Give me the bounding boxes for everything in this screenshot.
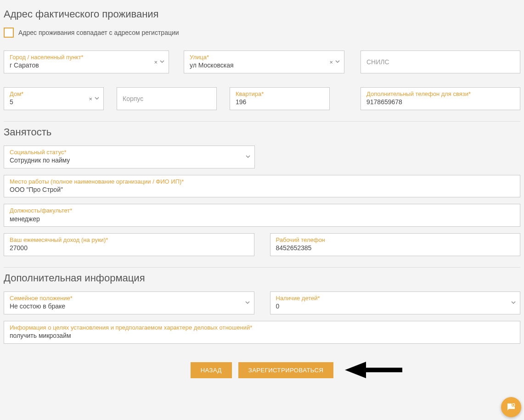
clear-icon[interactable]: × <box>329 58 333 65</box>
divider <box>4 267 520 268</box>
address-section-title: Адрес фактического проживания <box>4 8 520 20</box>
extra-phone-label: Дополнительный телефон для связи* <box>366 90 515 98</box>
address-match-row: Адрес проживания совпадает с адресом рег… <box>4 28 520 38</box>
divider <box>4 121 520 122</box>
street-field[interactable]: Улица* ул Московская × <box>184 50 344 73</box>
city-label: Город / населенный пункт* <box>10 54 164 61</box>
income-value: 27000 <box>10 244 249 253</box>
position-label: Должность/факультет* <box>10 207 515 214</box>
marital-label: Семейное положение* <box>10 295 249 302</box>
children-label: Наличие детей* <box>276 295 516 302</box>
workplace-value: ООО "Про Строй" <box>10 185 515 195</box>
flat-value: 196 <box>236 98 325 107</box>
house-value: 5 <box>10 98 99 107</box>
social-status-label: Социальный статус* <box>10 149 250 156</box>
income-label: Ваш ежемесячный доход (на руки)* <box>10 236 249 244</box>
arrow-left-icon <box>345 361 405 379</box>
work-phone-label: Рабочий телефон <box>276 236 516 244</box>
house-label: Дом* <box>10 90 99 98</box>
marital-value: Не состою в браке <box>10 302 249 311</box>
clear-icon[interactable]: × <box>89 95 92 102</box>
address-match-checkbox[interactable] <box>4 28 14 38</box>
extra-section-title: Дополнительная информация <box>4 272 520 284</box>
income-field[interactable]: Ваш ежемесячный доход (на руки)* 27000 <box>4 233 254 256</box>
city-field[interactable]: Город / населенный пункт* г Саратов × <box>4 50 169 73</box>
back-button[interactable]: НАЗАД <box>191 362 232 378</box>
address-match-label: Адрес проживания совпадает с адресом рег… <box>18 29 179 36</box>
snils-field[interactable]: СНИЛС <box>361 50 520 73</box>
work-phone-field[interactable]: Рабочий телефон 8452652385 <box>270 233 521 256</box>
extra-phone-field[interactable]: Дополнительный телефон для связи* 917865… <box>361 87 520 110</box>
city-value: г Саратов <box>10 61 164 70</box>
house-field[interactable]: Дом* 5 × <box>4 87 104 110</box>
purpose-field[interactable]: Информация о целях установления и предпо… <box>4 321 520 344</box>
social-status-value: Сотрудник по найму <box>10 156 250 165</box>
children-value: 0 <box>276 302 516 311</box>
position-value: менеджер <box>10 215 515 224</box>
street-label: Улица* <box>190 54 339 61</box>
corp-placeholder: Корпус <box>123 95 212 102</box>
snils-placeholder: СНИЛС <box>366 58 515 66</box>
extra-phone-value: 9178659678 <box>366 98 515 107</box>
children-field[interactable]: Наличие детей* 0 <box>270 291 521 314</box>
corp-field[interactable]: Корпус <box>117 87 217 110</box>
workplace-label: Место работы (полное наименование органи… <box>10 178 515 185</box>
marital-field[interactable]: Семейное положение* Не состою в браке <box>4 291 254 314</box>
footer: НАЗАД ЗАРЕГИСТРИРОВАТЬСЯ <box>4 362 520 378</box>
workplace-field[interactable]: Место работы (полное наименование органи… <box>4 175 520 198</box>
register-button[interactable]: ЗАРЕГИСТРИРОВАТЬСЯ <box>238 362 334 378</box>
street-value: ул Московская <box>190 61 339 70</box>
work-phone-value: 8452652385 <box>276 244 516 253</box>
flat-field[interactable]: Квартира* 196 <box>230 87 330 110</box>
employment-section-title: Занятость <box>4 126 520 138</box>
purpose-label: Информация о целях установления и предпо… <box>10 324 515 331</box>
svg-marker-1 <box>345 362 366 378</box>
purpose-value: получить микрозайм <box>10 331 515 341</box>
social-status-field[interactable]: Социальный статус* Сотрудник по найму <box>4 146 255 168</box>
position-field[interactable]: Должность/факультет* менеджер <box>4 204 520 227</box>
clear-icon[interactable]: × <box>154 58 158 65</box>
flat-label: Квартира* <box>236 90 325 98</box>
